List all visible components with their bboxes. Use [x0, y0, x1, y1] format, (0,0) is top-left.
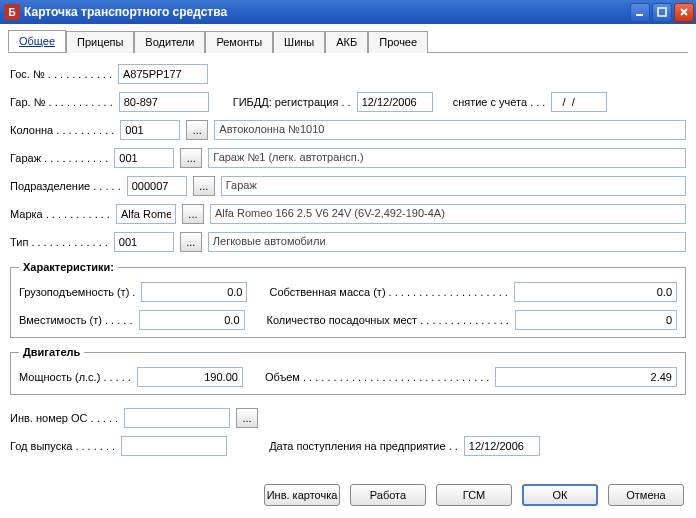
- gsm-button[interactable]: ГСМ: [436, 484, 512, 506]
- window-title: Карточка транспортного средства: [24, 5, 630, 19]
- gibdd-reg-input[interactable]: [357, 92, 433, 112]
- svg-rect-0: [636, 14, 643, 16]
- titlebar: Б Карточка транспортного средства: [0, 0, 696, 24]
- tab-content: Гос. № . . . . . . . . . . . Гар. № . . …: [8, 61, 688, 476]
- characteristics-fieldset: Характеристики: Грузоподъемность (т) . С…: [10, 261, 686, 338]
- gos-no-input[interactable]: [118, 64, 208, 84]
- snyatie-input[interactable]: [551, 92, 607, 112]
- label-gruz: Грузоподъемность (т) .: [19, 286, 135, 298]
- engine-legend: Двигатель: [19, 346, 84, 358]
- label-god: Год выпуска . . . . . . .: [10, 440, 115, 452]
- label-obem: Объем . . . . . . . . . . . . . . . . . …: [265, 371, 490, 383]
- ok-button[interactable]: ОК: [522, 484, 598, 506]
- garage-text: Гараж №1 (легк. автотрансп.): [208, 148, 686, 168]
- label-sobst: Собственная масса (т) . . . . . . . . . …: [269, 286, 507, 298]
- label-gos-no: Гос. № . . . . . . . . . . .: [10, 68, 112, 80]
- kolonna-text: Автоколонна №1010: [214, 120, 686, 140]
- kolonna-lookup-button[interactable]: ...: [186, 120, 208, 140]
- kolonna-code-input[interactable]: [120, 120, 180, 140]
- sobst-input[interactable]: [514, 282, 677, 302]
- tab-akb[interactable]: АКБ: [325, 31, 368, 53]
- label-kolpos: Количество посадочных мест . . . . . . .…: [267, 314, 509, 326]
- tab-tires[interactable]: Шины: [273, 31, 325, 53]
- label-kolonna: Колонна . . . . . . . . . .: [10, 124, 114, 136]
- label-tip: Тип . . . . . . . . . . . . .: [10, 236, 108, 248]
- label-podrazd: Подразделение . . . . .: [10, 180, 121, 192]
- svg-rect-1: [658, 8, 666, 16]
- window: Б Карточка транспортного средства Общее …: [0, 0, 696, 518]
- button-bar: Инв. карточка Работа ГСМ ОК Отмена: [8, 476, 688, 510]
- cancel-button[interactable]: Отмена: [608, 484, 684, 506]
- tab-trailers[interactable]: Прицепы: [66, 31, 134, 53]
- maximize-button[interactable]: [652, 3, 672, 22]
- gar-no-input[interactable]: [119, 92, 209, 112]
- gruz-input[interactable]: [141, 282, 247, 302]
- marka-lookup-button[interactable]: ...: [182, 204, 204, 224]
- moshch-input[interactable]: [137, 367, 243, 387]
- podrazd-text: Гараж: [221, 176, 686, 196]
- label-vmest: Вместимость (т) . . . . .: [19, 314, 133, 326]
- kolpos-input[interactable]: [515, 310, 677, 330]
- tip-code-input[interactable]: [114, 232, 174, 252]
- label-garage: Гараж . . . . . . . . . . .: [10, 152, 108, 164]
- label-inv: Инв. номер ОС . . . . .: [10, 412, 118, 424]
- inv-lookup-button[interactable]: ...: [236, 408, 258, 428]
- inv-input[interactable]: [124, 408, 230, 428]
- close-button[interactable]: [674, 3, 694, 22]
- rabota-button[interactable]: Работа: [350, 484, 426, 506]
- engine-fieldset: Двигатель Мощность (л.с.) . . . . . Объе…: [10, 346, 686, 395]
- label-moshch: Мощность (л.с.) . . . . .: [19, 371, 131, 383]
- tab-other[interactable]: Прочее: [368, 31, 428, 53]
- vmest-input[interactable]: [139, 310, 245, 330]
- client-area: Общее Прицепы Водители Ремонты Шины АКБ …: [0, 24, 696, 518]
- tip-lookup-button[interactable]: ...: [180, 232, 202, 252]
- obem-input[interactable]: [495, 367, 677, 387]
- god-input[interactable]: [121, 436, 227, 456]
- tab-drivers[interactable]: Водители: [134, 31, 205, 53]
- marka-text: Alfa Romeo 166 2.5 V6 24V (6V-2,492-190-…: [210, 204, 686, 224]
- characteristics-legend: Характеристики:: [19, 261, 118, 273]
- podrazd-code-input[interactable]: [127, 176, 187, 196]
- label-marka: Марка . . . . . . . . . . .: [10, 208, 110, 220]
- marka-code-input[interactable]: [116, 204, 176, 224]
- tab-repairs[interactable]: Ремонты: [205, 31, 273, 53]
- label-snyatie: снятие с учета . . .: [453, 96, 546, 108]
- label-data-post: Дата поступления на предприятие . .: [269, 440, 458, 452]
- garage-code-input[interactable]: [114, 148, 174, 168]
- tab-general[interactable]: Общее: [8, 30, 66, 52]
- label-gar-no: Гар. № . . . . . . . . . . .: [10, 96, 113, 108]
- tip-text: Легковые автомобили: [208, 232, 686, 252]
- podrazd-lookup-button[interactable]: ...: [193, 176, 215, 196]
- minimize-button[interactable]: [630, 3, 650, 22]
- app-icon: Б: [4, 4, 20, 20]
- data-post-input[interactable]: [464, 436, 540, 456]
- window-controls: [630, 3, 694, 22]
- tab-bar: Общее Прицепы Водители Ремонты Шины АКБ …: [8, 30, 688, 53]
- label-gibdd-reg: ГИБДД: регистрация . .: [233, 96, 351, 108]
- inv-card-button[interactable]: Инв. карточка: [264, 484, 340, 506]
- garage-lookup-button[interactable]: ...: [180, 148, 202, 168]
